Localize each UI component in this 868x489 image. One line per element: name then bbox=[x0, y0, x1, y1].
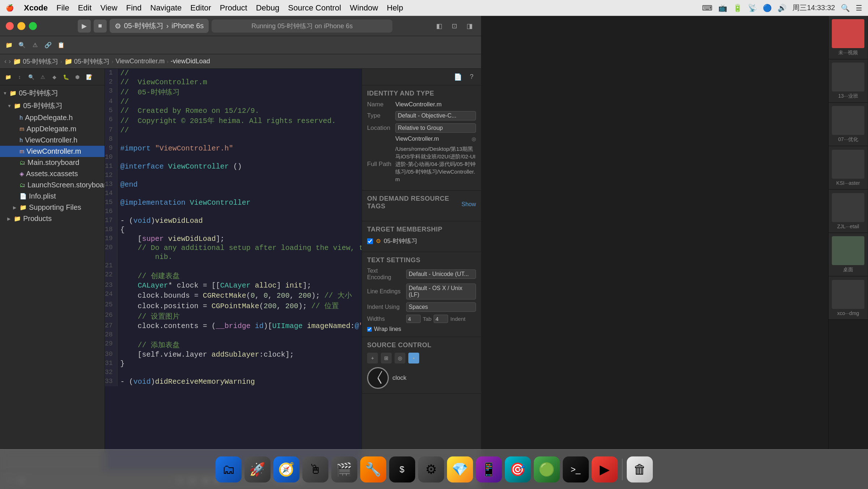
debug-btn[interactable]: 📋 bbox=[56, 40, 67, 51]
dock-icon-launchpad[interactable]: 🚀 bbox=[244, 456, 271, 482]
nav-back[interactable]: ‹ bbox=[4, 58, 7, 65]
dock-icon-sketch[interactable]: 💎 bbox=[447, 456, 473, 482]
file-inspector-btn[interactable]: 📄 bbox=[452, 71, 464, 83]
sidebar-item-supporting-files[interactable]: ▶ 📁 Supporting Files bbox=[0, 202, 105, 213]
sc-diff-btn[interactable]: ⊞ bbox=[381, 353, 392, 363]
maximize-button[interactable] bbox=[29, 22, 37, 30]
tab-width-input[interactable] bbox=[406, 315, 421, 323]
line-content[interactable]: @interface ViewController () bbox=[117, 162, 362, 171]
line-content[interactable] bbox=[117, 331, 362, 340]
scheme-selector[interactable]: ⚙ 05-时钟练习 › iPhone 6s bbox=[110, 19, 209, 33]
line-content[interactable]: // Do any additional setup after loading… bbox=[117, 243, 362, 252]
thumb-item-2[interactable]: 13···业班 bbox=[829, 59, 868, 103]
code-editor[interactable]: 1 // 2 // ViewController.m 3 // 05-时钟练习 … bbox=[105, 69, 362, 471]
line-content[interactable]: // 设置图片 bbox=[117, 311, 362, 322]
line-content[interactable]: @end bbox=[117, 180, 362, 189]
menu-find[interactable]: Find bbox=[126, 3, 142, 13]
sidebar-item-root-group[interactable]: ▼ 📁 05-时钟练习 bbox=[0, 87, 105, 99]
menu-debug[interactable]: Debug bbox=[256, 3, 280, 13]
apple-menu[interactable]: 🍎 bbox=[6, 4, 14, 12]
sidebar-item-appdelegate-m[interactable]: ▼ m AppDelegate.m bbox=[0, 123, 105, 135]
sidebar-item-viewcontroller-m[interactable]: ▼ m ViewController.m bbox=[0, 146, 105, 157]
dock-icon-trash[interactable]: 🗑 bbox=[627, 456, 653, 482]
location-dropdown[interactable]: Relative to Group bbox=[395, 123, 476, 133]
menu-view[interactable]: View bbox=[100, 3, 117, 13]
menu-editor[interactable]: Editor bbox=[190, 3, 211, 13]
line-content[interactable]: // 添加表盘 bbox=[117, 340, 362, 350]
search-nav-btn[interactable]: 🔍 bbox=[26, 72, 36, 82]
breadcrumb-file[interactable]: ViewController.m bbox=[115, 58, 165, 65]
indent-width-input[interactable] bbox=[434, 315, 448, 323]
type-dropdown[interactable]: Default - Objective-C... bbox=[395, 111, 476, 120]
run-button[interactable]: ▶ bbox=[78, 20, 91, 33]
menu-navigate[interactable]: Navigate bbox=[150, 3, 182, 13]
thumb-item-7[interactable]: xco···dmg bbox=[829, 276, 868, 320]
sidebar-item-subgroup[interactable]: ▼ 📁 05-时钟练习 bbox=[0, 99, 105, 112]
line-content[interactable]: nib. bbox=[117, 252, 362, 261]
menu-source-control[interactable]: Source Control bbox=[288, 3, 341, 13]
folder-icon-btn[interactable]: 📁 bbox=[3, 72, 13, 82]
line-content[interactable]: CALayer* clock = [[CALayer alloc] init]; bbox=[117, 281, 362, 290]
log-btn[interactable]: 📝 bbox=[84, 72, 94, 82]
minimize-button[interactable] bbox=[17, 22, 25, 30]
menu-window[interactable]: Window bbox=[350, 3, 378, 13]
test-btn[interactable]: ◆ bbox=[49, 72, 59, 82]
sidebar-item-info-plist[interactable]: ▼ 📄 Info.plist bbox=[0, 191, 105, 202]
line-content[interactable]: // bbox=[117, 126, 362, 135]
sidebar-item-launch-storyboard[interactable]: ▼ 🗂 LaunchScreen.storyboard bbox=[0, 179, 105, 191]
dock-icon-settings[interactable]: ⚙ bbox=[418, 456, 444, 482]
dock-icon-terminal2[interactable]: >_ bbox=[563, 456, 589, 482]
line-content[interactable] bbox=[117, 368, 362, 377]
line-content[interactable] bbox=[117, 153, 362, 162]
thumb-item-1[interactable]: 未···视频 bbox=[829, 16, 868, 59]
line-content[interactable]: // 创建表盘 bbox=[117, 271, 362, 281]
dock-icon-tools[interactable]: 🔧 bbox=[360, 456, 386, 482]
menu-icon[interactable]: ☰ bbox=[856, 4, 862, 12]
line-content[interactable]: // Created by Romeo on 15/12/9. bbox=[117, 106, 362, 115]
line-content[interactable] bbox=[117, 189, 362, 198]
line-content[interactable]: #import "ViewController.h" bbox=[117, 144, 362, 153]
line-content[interactable]: // Copyright © 2015年 heima. All rights r… bbox=[117, 115, 362, 126]
sc-add-btn[interactable]: + bbox=[367, 353, 378, 363]
thumb-item-3[interactable]: 07···优化 bbox=[829, 103, 868, 146]
sidebar-item-products[interactable]: ▶ 📁 Products bbox=[0, 213, 105, 224]
breadcrumb-method[interactable]: -viewDidLoad bbox=[171, 58, 210, 65]
nav-forward[interactable]: › bbox=[9, 58, 11, 65]
sidebar-toggle-left[interactable]: ◧ bbox=[433, 20, 445, 32]
sidebar-item-appdelegate-h[interactable]: ▼ h AppDelegate.h bbox=[0, 112, 105, 123]
search-btn[interactable]: 🔍 bbox=[17, 40, 27, 51]
menu-help[interactable]: Help bbox=[387, 3, 403, 13]
menu-product[interactable]: Product bbox=[220, 3, 247, 13]
dock-icon-app1[interactable]: 📱 bbox=[476, 456, 502, 482]
line-endings-dropdown[interactable]: Default - OS X / Unix (LF) bbox=[406, 284, 476, 299]
line-content[interactable]: - (void)didReceiveMemoryWarning bbox=[117, 377, 362, 386]
thumb-item-5[interactable]: ZJL···etail bbox=[829, 190, 868, 233]
encoding-dropdown[interactable]: Default - Unicode (UT... bbox=[406, 269, 476, 279]
dock-icon-video[interactable]: 🎬 bbox=[331, 456, 357, 482]
line-content[interactable]: clock.bounds = CGRectMake(0, 0, 200, 200… bbox=[117, 290, 362, 301]
line-content[interactable]: // ViewController.m bbox=[117, 78, 362, 87]
dock-icon-app3[interactable]: 🟢 bbox=[534, 456, 560, 482]
reveal-icon[interactable]: ◎ bbox=[472, 136, 476, 142]
line-content[interactable]: // 05-时钟练习 bbox=[117, 87, 362, 97]
show-link[interactable]: Show bbox=[461, 201, 476, 208]
breakpoint-nav-btn[interactable]: ⬢ bbox=[72, 72, 82, 82]
sidebar-item-assets[interactable]: ▼ ◈ Assets.xcassets bbox=[0, 168, 105, 179]
line-content[interactable]: - (void)viewDidLoad bbox=[117, 216, 362, 225]
indent-using-dropdown[interactable]: Spaces bbox=[406, 302, 476, 312]
line-content[interactable] bbox=[117, 261, 362, 271]
breadcrumb-project[interactable]: 📁 05-时钟练习 bbox=[13, 57, 58, 66]
dock-icon-app2[interactable]: 🎯 bbox=[505, 456, 531, 482]
line-content[interactable]: @implementation ViewController bbox=[117, 198, 362, 207]
dock-icon-terminal[interactable]: $ bbox=[389, 456, 415, 482]
target-checkbox[interactable] bbox=[367, 238, 373, 244]
issue-btn[interactable]: ⚠ bbox=[38, 72, 48, 82]
line-content[interactable] bbox=[117, 207, 362, 216]
line-content[interactable] bbox=[117, 171, 362, 180]
menu-edit[interactable]: Edit bbox=[78, 3, 92, 13]
sc-blame-btn[interactable]: ▪ bbox=[408, 353, 419, 363]
stop-button[interactable]: ■ bbox=[94, 20, 107, 33]
thumb-item-4[interactable]: KSI···aster bbox=[829, 146, 868, 190]
line-content[interactable]: } bbox=[117, 359, 362, 368]
thumb-item-6[interactable]: 桌面 bbox=[829, 233, 868, 276]
